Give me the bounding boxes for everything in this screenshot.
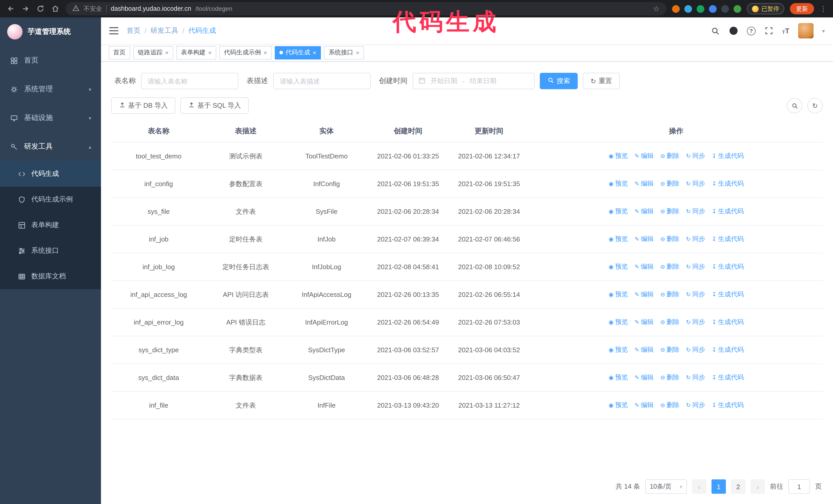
action-preview[interactable]: ◉预览 — [609, 344, 628, 355]
hamburger-icon[interactable] — [109, 27, 118, 34]
extension-icon[interactable] — [721, 5, 729, 13]
action-preview[interactable]: ◉预览 — [609, 317, 628, 327]
date-range-picker[interactable]: 开始日期 - 结束日期 — [413, 73, 535, 89]
action-edit[interactable]: ✎编辑 — [635, 234, 653, 244]
extension-icon[interactable] — [684, 5, 692, 13]
sidebar-logo[interactable]: 芋道管理系统 — [0, 18, 101, 46]
table-desc-input[interactable] — [273, 73, 371, 89]
action-preview[interactable]: ◉预览 — [609, 234, 628, 244]
avatar[interactable] — [798, 23, 813, 39]
extension-icon[interactable] — [672, 5, 680, 13]
action-generate[interactable]: ↧生成代码 — [712, 372, 743, 383]
action-edit[interactable]: ✎编辑 — [635, 262, 653, 272]
action-delete[interactable]: ⊖删除 — [660, 289, 679, 300]
url-path[interactable]: /tool/codegen — [195, 5, 232, 12]
action-sync[interactable]: ↻同步 — [686, 344, 705, 355]
action-generate[interactable]: ↧生成代码 — [712, 289, 743, 300]
breadcrumb-home[interactable]: 首页 — [127, 26, 140, 35]
action-delete[interactable]: ⊖删除 — [660, 178, 679, 189]
close-icon[interactable]: × — [313, 49, 316, 56]
action-delete[interactable]: ⊖删除 — [660, 206, 679, 217]
action-sync[interactable]: ↻同步 — [686, 151, 705, 161]
home-icon[interactable] — [51, 4, 60, 13]
action-preview[interactable]: ◉预览 — [609, 151, 628, 161]
tab-codegen[interactable]: 代码生成 × — [275, 46, 321, 59]
close-icon[interactable]: × — [165, 49, 169, 56]
sidebar-item-system[interactable]: 系统管理 ▾ — [0, 75, 101, 103]
update-button[interactable]: 更新 — [790, 3, 814, 14]
action-generate[interactable]: ↧生成代码 — [712, 400, 743, 410]
action-edit[interactable]: ✎编辑 — [635, 178, 653, 189]
search-button[interactable]: 搜索 — [540, 73, 578, 89]
action-preview[interactable]: ◉预览 — [609, 289, 628, 300]
browser-menu-icon[interactable]: ⋮ — [820, 5, 827, 13]
page-size-select[interactable]: 10条/页 ▾ — [645, 479, 687, 494]
action-preview[interactable]: ◉预览 — [609, 400, 628, 410]
tab-api[interactable]: 系统接口 × — [324, 46, 364, 59]
back-icon[interactable] — [6, 4, 15, 13]
close-icon[interactable]: × — [263, 49, 267, 56]
action-delete[interactable]: ⊖删除 — [660, 317, 679, 327]
action-sync[interactable]: ↻同步 — [686, 262, 705, 272]
action-delete[interactable]: ⊖删除 — [660, 372, 679, 383]
action-sync[interactable]: ↻同步 — [686, 178, 705, 189]
security-warning-label[interactable]: 不安全 — [84, 4, 102, 13]
reload-icon[interactable] — [36, 4, 45, 13]
close-icon[interactable]: × — [208, 49, 212, 56]
bookmark-star-icon[interactable]: ☆ — [653, 5, 660, 13]
sidebar-item-devtools[interactable]: 研发工具 ▴ — [0, 132, 101, 161]
caret-down-icon[interactable]: ▾ — [822, 28, 825, 33]
extension-icon[interactable] — [709, 5, 716, 13]
action-generate[interactable]: ↧生成代码 — [712, 206, 743, 217]
action-generate[interactable]: ↧生成代码 — [712, 344, 743, 355]
page-button-2[interactable]: 2 — [731, 479, 745, 494]
refresh-table-button[interactable]: ↻ — [807, 98, 823, 113]
action-delete[interactable]: ⊖删除 — [660, 151, 679, 161]
help-icon[interactable]: ? — [747, 26, 756, 35]
next-page-button[interactable]: › — [751, 479, 765, 494]
github-icon[interactable] — [729, 26, 738, 35]
tab-home[interactable]: 首页 — [109, 46, 130, 59]
font-size-icon[interactable]: TT — [782, 27, 789, 35]
action-delete[interactable]: ⊖删除 — [660, 400, 679, 410]
paused-badge[interactable]: 已暂停 — [747, 3, 784, 14]
action-sync[interactable]: ↻同步 — [686, 206, 705, 217]
action-preview[interactable]: ◉预览 — [609, 372, 628, 383]
action-sync[interactable]: ↻同步 — [686, 400, 705, 410]
action-generate[interactable]: ↧生成代码 — [712, 317, 743, 327]
extension-icon[interactable] — [733, 5, 741, 13]
action-edit[interactable]: ✎编辑 — [635, 289, 653, 300]
forward-icon[interactable] — [21, 4, 30, 13]
action-edit[interactable]: ✎编辑 — [635, 344, 653, 355]
action-delete[interactable]: ⊖删除 — [660, 234, 679, 244]
action-edit[interactable]: ✎编辑 — [635, 372, 653, 383]
tab-form-builder[interactable]: 表单构建 × — [176, 46, 216, 59]
sidebar-item-home[interactable]: 首页 — [0, 46, 101, 75]
reset-button[interactable]: ↻ 重置 — [583, 73, 620, 89]
sidebar-item-form-builder[interactable]: 表单构建 — [0, 212, 101, 238]
action-sync[interactable]: ↻同步 — [686, 372, 705, 383]
action-sync[interactable]: ↻同步 — [686, 317, 705, 327]
sidebar-item-codegen-example[interactable]: 代码生成示例 — [0, 187, 101, 212]
action-generate[interactable]: ↧生成代码 — [712, 234, 743, 244]
close-icon[interactable]: × — [356, 49, 359, 56]
table-name-input[interactable] — [141, 73, 238, 89]
tab-trace[interactable]: 链路追踪 × — [133, 46, 173, 59]
search-icon[interactable] — [711, 26, 720, 35]
breadcrumb-devtools[interactable]: 研发工具 — [151, 26, 178, 35]
url-host[interactable]: dashboard.yudao.iocoder.cn — [111, 5, 191, 12]
action-generate[interactable]: ↧生成代码 — [712, 262, 743, 272]
action-delete[interactable]: ⊖删除 — [660, 344, 679, 355]
page-button-1[interactable]: 1 — [712, 479, 726, 494]
action-preview[interactable]: ◉预览 — [609, 206, 628, 217]
action-sync[interactable]: ↻同步 — [686, 234, 705, 244]
import-db-button[interactable]: 基于 DB 导入 — [111, 97, 175, 114]
import-sql-button[interactable]: 基于 SQL 导入 — [181, 97, 249, 114]
action-edit[interactable]: ✎编辑 — [635, 151, 653, 161]
action-sync[interactable]: ↻同步 — [686, 289, 705, 300]
fullscreen-icon[interactable] — [764, 26, 774, 35]
action-edit[interactable]: ✎编辑 — [635, 206, 653, 217]
action-generate[interactable]: ↧生成代码 — [712, 151, 743, 161]
tab-codegen-example[interactable]: 代码生成示例 × — [219, 46, 272, 59]
action-edit[interactable]: ✎编辑 — [635, 400, 653, 410]
